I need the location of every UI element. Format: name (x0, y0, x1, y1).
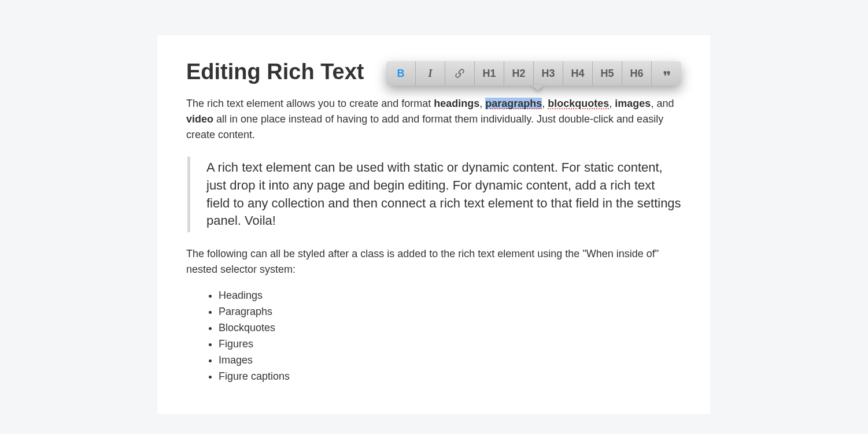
list-item[interactable]: Images (219, 353, 681, 369)
list-item[interactable]: Blockquotes (219, 320, 681, 336)
style-list[interactable]: Headings Paragraphs Blockquotes Figures … (219, 288, 681, 384)
text-format-toolbar[interactable]: B I H1 H2 H3 H4 H5 H6 (386, 61, 681, 86)
link-button[interactable] (445, 61, 475, 86)
rich-text-editor[interactable]: Editing Rich Text The rich text element … (157, 35, 710, 414)
h1-button[interactable]: H1 (475, 61, 504, 86)
list-item[interactable]: Figure captions (219, 369, 681, 385)
quote-button[interactable] (652, 61, 681, 86)
text-segment: , and (651, 98, 674, 109)
h3-button[interactable]: H3 (534, 61, 563, 86)
text-segment: The rich text element allows you to crea… (186, 98, 434, 109)
link-icon (455, 68, 465, 79)
h5-button[interactable]: H5 (593, 61, 622, 86)
bold-headings: headings (434, 98, 479, 109)
selected-word-paragraphs[interactable]: paragraphs (485, 98, 542, 109)
bold-button[interactable]: B (386, 61, 416, 86)
h2-button[interactable]: H2 (504, 61, 534, 86)
toolbar-arrow (532, 85, 544, 91)
h4-button[interactable]: H4 (563, 61, 593, 86)
list-item[interactable]: Figures (219, 336, 681, 353)
list-item[interactable]: Paragraphs (219, 304, 681, 320)
bold-images: images (615, 98, 651, 109)
intro-paragraph[interactable]: The rich text element allows you to crea… (186, 96, 681, 143)
text-segment: all in one place instead of having to ad… (186, 113, 663, 140)
list-item[interactable]: Headings (219, 288, 681, 304)
bold-blockquotes: blockquotes (548, 98, 609, 109)
text-segment: , (609, 98, 615, 109)
italic-button[interactable]: I (416, 61, 445, 86)
text-segment: , (542, 98, 548, 109)
text-segment: , (479, 98, 485, 109)
h6-button[interactable]: H6 (622, 61, 652, 86)
styling-paragraph[interactable]: The following can all be styled after a … (186, 246, 681, 277)
bold-video: video (186, 113, 213, 125)
quote-icon (662, 68, 672, 79)
blockquote[interactable]: A rich text element can be used with sta… (187, 157, 681, 232)
